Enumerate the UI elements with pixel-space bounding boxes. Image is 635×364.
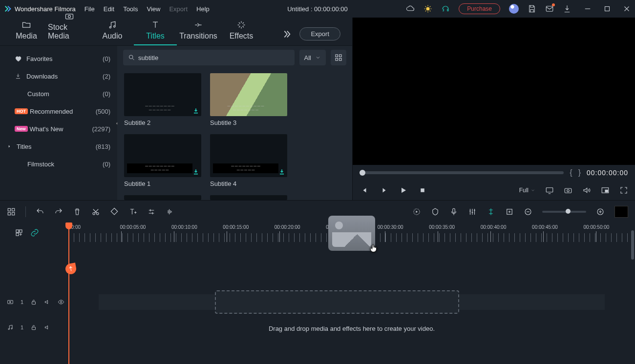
media-placeholder-icon bbox=[328, 216, 375, 251]
video-track-icon bbox=[7, 299, 14, 305]
zoom-slider[interactable] bbox=[542, 211, 586, 213]
tag-icon[interactable] bbox=[110, 207, 119, 216]
search-box[interactable] bbox=[123, 50, 295, 65]
mute-icon[interactable] bbox=[44, 324, 51, 331]
visibility-icon[interactable] bbox=[58, 299, 64, 305]
download-icon[interactable] bbox=[563, 4, 572, 13]
preview-canvas[interactable] bbox=[353, 18, 635, 165]
tab-stock[interactable]: Stock Media bbox=[48, 11, 91, 45]
title-thumb[interactable]: — — — — — — — —— — — — — — Subtitle 2 bbox=[124, 73, 201, 126]
cloud-icon[interactable] bbox=[406, 4, 415, 13]
title-thumb[interactable]: — — — — — — — —— — — — — Subtitle 4 bbox=[210, 134, 287, 187]
playhead[interactable] bbox=[68, 222, 69, 364]
mic-icon[interactable] bbox=[449, 207, 458, 216]
prev-frame-icon[interactable] bbox=[360, 186, 368, 195]
svg-rect-18 bbox=[8, 208, 10, 211]
drop-target[interactable] bbox=[215, 290, 459, 314]
filter-dropdown[interactable]: All bbox=[299, 50, 326, 65]
pip-icon[interactable] bbox=[601, 186, 610, 195]
stop-icon[interactable] bbox=[418, 186, 427, 195]
minimize-icon[interactable] bbox=[583, 4, 592, 13]
display-icon[interactable] bbox=[545, 186, 554, 195]
link-icon[interactable] bbox=[30, 228, 39, 237]
scrub-slider[interactable] bbox=[360, 171, 564, 174]
layout-icon[interactable] bbox=[7, 207, 16, 216]
title-thumb[interactable] bbox=[210, 195, 287, 200]
step-back-icon[interactable] bbox=[379, 186, 388, 195]
thumb-preview-text: — — — — — — — —— — — — — bbox=[127, 163, 192, 173]
mixer-icon[interactable] bbox=[468, 207, 477, 216]
menu-view[interactable]: View bbox=[147, 5, 160, 13]
menu-edit[interactable]: Edit bbox=[104, 5, 114, 13]
menu-help[interactable]: Help bbox=[196, 5, 210, 13]
save-icon[interactable] bbox=[528, 4, 536, 13]
menu-bar: File Edit Tools View Export Help bbox=[85, 5, 210, 13]
sparkle-icon bbox=[236, 20, 246, 30]
collapse-sidebar-icon[interactable] bbox=[114, 118, 119, 129]
zoom-in-icon[interactable] bbox=[596, 207, 605, 216]
tab-effects[interactable]: Effects bbox=[220, 20, 263, 45]
sidebar-item-custom[interactable]: Custom (0) bbox=[0, 85, 117, 102]
snapshot-icon[interactable] bbox=[564, 186, 572, 195]
undo-icon[interactable] bbox=[36, 207, 44, 216]
add-text-icon[interactable] bbox=[128, 207, 137, 216]
export-button[interactable]: Export bbox=[299, 27, 340, 40]
tabs-more-icon[interactable] bbox=[281, 29, 292, 40]
scrub-thumb[interactable] bbox=[360, 170, 365, 176]
play-icon[interactable] bbox=[399, 186, 407, 195]
video-track[interactable]: 1 bbox=[0, 287, 635, 317]
lock-icon[interactable] bbox=[30, 299, 37, 305]
adjust-icon[interactable] bbox=[147, 207, 156, 216]
svg-rect-12 bbox=[421, 188, 424, 192]
menu-tools[interactable]: Tools bbox=[123, 5, 138, 13]
mark-in-icon[interactable]: { bbox=[570, 168, 572, 177]
title-thumb[interactable]: — — — — — — — — — —— — — — — — — Subtitl… bbox=[210, 73, 287, 126]
lock-icon[interactable] bbox=[30, 324, 37, 331]
avatar-icon[interactable] bbox=[509, 4, 519, 14]
sidebar-item-favorites[interactable]: Favorites (0) bbox=[0, 50, 117, 67]
tab-media-label: Media bbox=[16, 32, 37, 40]
marker-icon[interactable] bbox=[431, 207, 440, 216]
close-icon[interactable] bbox=[622, 4, 631, 13]
zoom-out-icon[interactable] bbox=[524, 207, 532, 216]
tab-audio[interactable]: Audio bbox=[91, 20, 134, 45]
cut-icon[interactable] bbox=[91, 207, 100, 216]
crop-icon[interactable] bbox=[505, 207, 514, 216]
tab-transitions-label: Transitions bbox=[179, 32, 217, 40]
volume-icon[interactable] bbox=[582, 186, 591, 195]
tab-transitions[interactable]: Transitions bbox=[177, 20, 220, 45]
grid-view-button[interactable] bbox=[331, 50, 346, 65]
fullscreen-icon[interactable] bbox=[619, 186, 628, 195]
mail-icon[interactable] bbox=[545, 4, 554, 13]
purchase-button[interactable]: Purchase bbox=[459, 3, 500, 14]
sidebar-item-downloads[interactable]: Downloads (2) bbox=[0, 67, 117, 85]
title-thumb[interactable]: — — — — — — — —— — — — — Subtitle 1 bbox=[124, 134, 201, 187]
zoom-thumb[interactable] bbox=[566, 209, 571, 214]
redo-icon[interactable] bbox=[54, 207, 63, 216]
split-icon[interactable] bbox=[487, 207, 495, 216]
tip-icon[interactable] bbox=[423, 4, 432, 13]
waveform-icon[interactable] bbox=[166, 207, 174, 216]
render-icon[interactable] bbox=[412, 207, 421, 216]
maximize-icon[interactable] bbox=[603, 4, 612, 13]
title-thumb[interactable] bbox=[124, 195, 201, 200]
svg-rect-1 bbox=[546, 6, 553, 12]
tab-effects-label: Effects bbox=[230, 32, 254, 40]
search-input[interactable] bbox=[138, 54, 290, 61]
preview-bg-swatch[interactable] bbox=[614, 206, 628, 218]
headset-icon[interactable] bbox=[441, 4, 450, 13]
logo-icon bbox=[4, 5, 12, 13]
add-track-icon[interactable] bbox=[15, 228, 23, 237]
quality-dropdown[interactable]: Full bbox=[519, 187, 535, 194]
sidebar-item-whatsnew[interactable]: New What's New (2297) bbox=[0, 120, 117, 138]
mute-icon[interactable] bbox=[44, 299, 51, 305]
vertical-scrollbar[interactable] bbox=[631, 230, 634, 260]
sidebar-item-filmstock[interactable]: Filmstock (0) bbox=[0, 155, 117, 173]
drop-text: Drag and drop media and effects here to … bbox=[68, 325, 635, 332]
mark-out-icon[interactable]: } bbox=[578, 168, 581, 177]
sidebar-item-recommended[interactable]: HOT Recommended (500) bbox=[0, 102, 117, 120]
tab-titles[interactable]: Titles bbox=[134, 20, 177, 45]
sidebar-item-titles[interactable]: Titles (813) bbox=[0, 138, 117, 155]
tab-media[interactable]: Media bbox=[5, 20, 48, 45]
delete-icon[interactable] bbox=[73, 207, 82, 216]
